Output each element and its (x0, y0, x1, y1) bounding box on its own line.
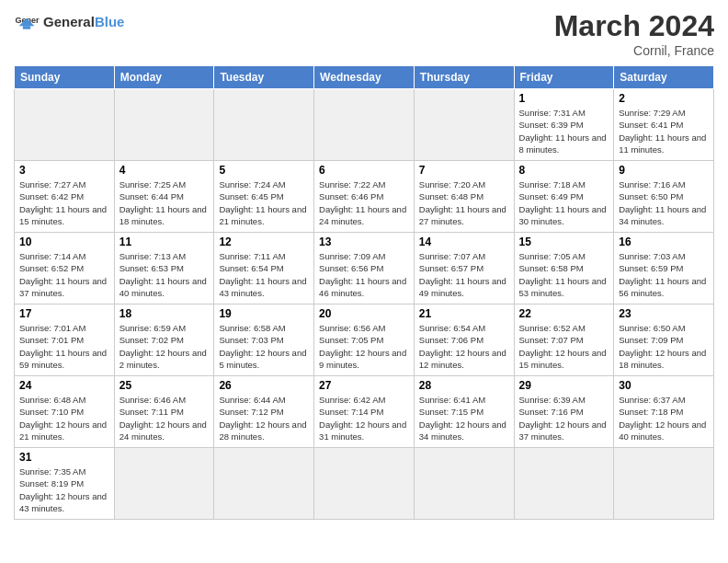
day-info: Sunrise: 7:29 AM Sunset: 6:41 PM Dayligh… (619, 107, 709, 155)
calendar-cell (114, 89, 214, 161)
day-number: 28 (419, 379, 509, 392)
calendar-cell: 24Sunrise: 6:48 AM Sunset: 7:10 PM Dayli… (15, 376, 115, 448)
col-header-friday: Friday (514, 66, 614, 89)
calendar-table: SundayMondayTuesdayWednesdayThursdayFrid… (14, 65, 714, 520)
day-number: 27 (319, 379, 409, 392)
calendar-cell: 31Sunrise: 7:35 AM Sunset: 8:19 PM Dayli… (15, 448, 115, 520)
day-info: Sunrise: 6:59 AM Sunset: 7:02 PM Dayligh… (119, 322, 210, 371)
col-header-thursday: Thursday (414, 66, 514, 89)
calendar-cell: 13Sunrise: 7:09 AM Sunset: 6:56 PM Dayli… (314, 233, 415, 304)
week-row-6: 31Sunrise: 7:35 AM Sunset: 8:19 PM Dayli… (15, 448, 714, 520)
calendar-cell: 11Sunrise: 7:13 AM Sunset: 6:53 PM Dayli… (114, 233, 214, 304)
calendar-cell: 21Sunrise: 6:54 AM Sunset: 7:06 PM Dayli… (414, 304, 514, 376)
calendar-cell: 30Sunrise: 6:37 AM Sunset: 7:18 PM Dayli… (614, 376, 714, 448)
day-info: Sunrise: 7:14 AM Sunset: 6:52 PM Dayligh… (19, 250, 109, 299)
day-number: 11 (119, 236, 210, 248)
week-row-4: 17Sunrise: 7:01 AM Sunset: 7:01 PM Dayli… (15, 304, 714, 376)
day-info: Sunrise: 6:39 AM Sunset: 7:16 PM Dayligh… (519, 394, 609, 442)
calendar-cell: 5Sunrise: 7:24 AM Sunset: 6:45 PM Daylig… (214, 161, 314, 233)
page: General GeneralBlue March 2024 Cornil, F… (0, 0, 728, 563)
week-row-3: 10Sunrise: 7:14 AM Sunset: 6:52 PM Dayli… (15, 233, 714, 304)
logo-general: General (43, 14, 95, 29)
day-info: Sunrise: 6:46 AM Sunset: 7:11 PM Dayligh… (119, 394, 210, 442)
day-number: 31 (19, 451, 109, 464)
calendar-cell: 10Sunrise: 7:14 AM Sunset: 6:52 PM Dayli… (15, 233, 115, 304)
day-number: 26 (219, 379, 309, 392)
svg-rect-2 (23, 26, 30, 29)
calendar-cell: 16Sunrise: 7:03 AM Sunset: 6:59 PM Dayli… (614, 233, 714, 304)
logo-blue: Blue (95, 14, 125, 29)
day-number: 7 (419, 164, 509, 177)
calendar-cell: 20Sunrise: 6:56 AM Sunset: 7:05 PM Dayli… (314, 304, 415, 376)
calendar-cell: 28Sunrise: 6:41 AM Sunset: 7:15 PM Dayli… (414, 376, 514, 448)
day-number: 20 (319, 307, 409, 320)
day-number: 30 (619, 379, 709, 392)
calendar-cell: 29Sunrise: 6:39 AM Sunset: 7:16 PM Dayli… (514, 376, 614, 448)
calendar-cell (114, 448, 214, 520)
header: General GeneralBlue March 2024 Cornil, F… (14, 9, 714, 58)
day-number: 8 (519, 164, 609, 177)
calendar-cell: 7Sunrise: 7:20 AM Sunset: 6:48 PM Daylig… (414, 161, 514, 233)
calendar-cell (314, 448, 415, 520)
day-info: Sunrise: 7:03 AM Sunset: 6:59 PM Dayligh… (619, 250, 709, 299)
week-row-2: 3Sunrise: 7:27 AM Sunset: 6:42 PM Daylig… (15, 161, 714, 233)
day-info: Sunrise: 7:25 AM Sunset: 6:44 PM Dayligh… (119, 178, 210, 227)
day-number: 19 (219, 307, 309, 320)
day-info: Sunrise: 7:09 AM Sunset: 6:56 PM Dayligh… (319, 250, 409, 299)
day-number: 2 (619, 92, 709, 105)
day-info: Sunrise: 6:54 AM Sunset: 7:06 PM Dayligh… (419, 322, 509, 371)
calendar-cell: 3Sunrise: 7:27 AM Sunset: 6:42 PM Daylig… (15, 161, 115, 233)
day-number: 23 (619, 307, 709, 320)
calendar-cell (214, 448, 314, 520)
day-info: Sunrise: 7:20 AM Sunset: 6:48 PM Dayligh… (419, 178, 509, 227)
day-number: 13 (319, 236, 409, 248)
calendar-cell (414, 448, 514, 520)
day-info: Sunrise: 7:13 AM Sunset: 6:53 PM Dayligh… (119, 250, 210, 299)
day-number: 29 (519, 379, 609, 392)
col-header-tuesday: Tuesday (214, 66, 314, 89)
calendar-body: 1Sunrise: 7:31 AM Sunset: 6:39 PM Daylig… (15, 89, 714, 520)
calendar-cell: 1Sunrise: 7:31 AM Sunset: 6:39 PM Daylig… (514, 89, 614, 161)
week-row-1: 1Sunrise: 7:31 AM Sunset: 6:39 PM Daylig… (15, 89, 714, 161)
col-header-sunday: Sunday (15, 66, 115, 89)
day-info: Sunrise: 6:42 AM Sunset: 7:14 PM Dayligh… (319, 394, 409, 442)
day-info: Sunrise: 6:52 AM Sunset: 7:07 PM Dayligh… (519, 322, 609, 371)
day-info: Sunrise: 6:48 AM Sunset: 7:10 PM Dayligh… (19, 394, 109, 442)
calendar-cell: 9Sunrise: 7:16 AM Sunset: 6:50 PM Daylig… (614, 161, 714, 233)
day-number: 18 (119, 307, 210, 320)
calendar-cell (614, 448, 714, 520)
day-number: 10 (19, 236, 109, 248)
calendar-cell: 12Sunrise: 7:11 AM Sunset: 6:54 PM Dayli… (214, 233, 314, 304)
day-info: Sunrise: 7:35 AM Sunset: 8:19 PM Dayligh… (19, 465, 109, 514)
day-info: Sunrise: 6:44 AM Sunset: 7:12 PM Dayligh… (219, 394, 309, 442)
calendar-cell: 23Sunrise: 6:50 AM Sunset: 7:09 PM Dayli… (614, 304, 714, 376)
calendar-cell (514, 448, 614, 520)
day-info: Sunrise: 7:18 AM Sunset: 6:49 PM Dayligh… (519, 178, 609, 227)
day-number: 4 (119, 164, 210, 177)
day-info: Sunrise: 7:31 AM Sunset: 6:39 PM Dayligh… (519, 107, 609, 155)
day-info: Sunrise: 7:22 AM Sunset: 6:46 PM Dayligh… (319, 178, 409, 227)
day-info: Sunrise: 7:27 AM Sunset: 6:42 PM Dayligh… (19, 178, 109, 227)
calendar-cell: 14Sunrise: 7:07 AM Sunset: 6:57 PM Dayli… (414, 233, 514, 304)
calendar-cell (314, 89, 415, 161)
day-info: Sunrise: 7:05 AM Sunset: 6:58 PM Dayligh… (519, 250, 609, 299)
day-info: Sunrise: 7:24 AM Sunset: 6:45 PM Dayligh… (219, 178, 309, 227)
calendar-cell: 6Sunrise: 7:22 AM Sunset: 6:46 PM Daylig… (314, 161, 415, 233)
calendar-header: SundayMondayTuesdayWednesdayThursdayFrid… (15, 66, 714, 89)
calendar-cell: 2Sunrise: 7:29 AM Sunset: 6:41 PM Daylig… (614, 89, 714, 161)
calendar-cell (15, 89, 115, 161)
day-number: 21 (419, 307, 509, 320)
day-number: 3 (19, 164, 109, 177)
day-number: 16 (619, 236, 709, 248)
title-block: March 2024 Cornil, France (554, 9, 714, 58)
header-row: SundayMondayTuesdayWednesdayThursdayFrid… (15, 66, 714, 89)
calendar-cell: 27Sunrise: 6:42 AM Sunset: 7:14 PM Dayli… (314, 376, 415, 448)
week-row-5: 24Sunrise: 6:48 AM Sunset: 7:10 PM Dayli… (15, 376, 714, 448)
calendar-cell: 15Sunrise: 7:05 AM Sunset: 6:58 PM Dayli… (514, 233, 614, 304)
day-number: 1 (519, 92, 609, 105)
calendar-cell: 25Sunrise: 6:46 AM Sunset: 7:11 PM Dayli… (114, 376, 214, 448)
calendar-cell: 17Sunrise: 7:01 AM Sunset: 7:01 PM Dayli… (15, 304, 115, 376)
col-header-saturday: Saturday (614, 66, 714, 89)
location: Cornil, France (554, 43, 714, 58)
col-header-wednesday: Wednesday (314, 66, 415, 89)
